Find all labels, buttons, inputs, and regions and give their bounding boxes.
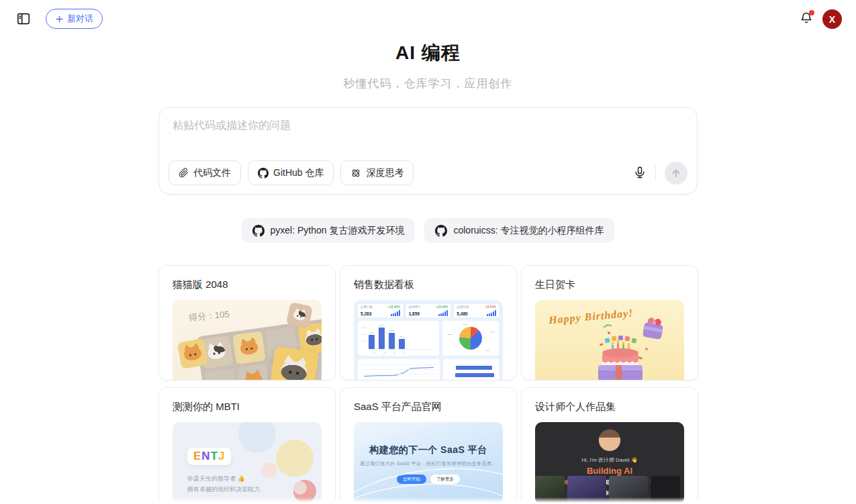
kpi-delta: +15.44% — [436, 305, 448, 309]
suggestion-chip-coloruicss[interactable]: coloruicss: 专注视觉的小程序组件库 — [424, 218, 614, 243]
atom-icon — [350, 168, 361, 179]
card-sales-dashboard[interactable]: 销售数据看板 总用户数5,283 +15.46% 新增用户1,859 +15.4… — [340, 265, 517, 381]
mbti-letter: J — [218, 450, 225, 462]
card-designer-portfolio[interactable]: 设计师个人作品集 Hi, I'm 设计师 David 👋 Building AI… — [521, 387, 698, 504]
mini-pie-panel — [442, 321, 499, 356]
mini-hbar — [455, 373, 494, 377]
mbti-type-badge: ENTJ — [187, 448, 231, 465]
pastel-bubble — [276, 440, 314, 477]
plus-icon — [55, 15, 64, 23]
card-preview-mbti: ENTJ 你是天生的领导者 👍 拥有卓越的组织和决策能力 — [173, 422, 322, 504]
composer-toolbar: 代码文件 GitHub 仓库 深度思考 — [169, 160, 687, 185]
mini-bar-panel — [358, 321, 439, 356]
cat-face-icon — [240, 340, 259, 355]
mbti-letter: E — [193, 450, 201, 462]
suggestion-row: pyxel: Python 复古游戏开发环境 coloruicss: 专注视觉的… — [158, 218, 698, 243]
card-mbti[interactable]: 测测你的 MBTI ENTJ 你是天生的领导者 👍 拥有卓越的组织和决策能力 — [158, 387, 336, 504]
card-title: 猫猫版 2048 — [173, 279, 322, 291]
cat-face-icon — [207, 344, 226, 360]
main-content: AI 编程 秒懂代码，仓库学习，应用创作 代码文件 GitHub 仓库 — [158, 0, 698, 504]
kpi-spark — [436, 310, 448, 316]
code-file-button[interactable]: 代码文件 — [169, 160, 241, 185]
microphone-icon[interactable] — [633, 166, 647, 181]
deep-think-label: 深度思考 — [366, 167, 403, 179]
mini-line-panel — [358, 359, 440, 381]
notification-bell-icon[interactable] — [800, 11, 813, 26]
grid-tile — [237, 364, 271, 381]
designer-avatar — [598, 429, 621, 452]
suggestion-label: coloruicss: 专注视觉的小程序组件库 — [453, 225, 604, 237]
mbti-line2: 拥有卓越的组织和决策能力 — [187, 484, 260, 495]
card-birthday[interactable]: 生日贺卡 Happy Birthday! — [521, 265, 698, 381]
mini-bar — [369, 335, 375, 349]
birthday-cake-illustration — [574, 314, 675, 381]
mbti-description: 你是天生的领导者 👍 拥有卓越的组织和决策能力 — [187, 473, 260, 495]
mini-bar — [399, 339, 405, 349]
designer-intro: Hi, I'm 设计师 David 👋 — [535, 456, 684, 464]
github-repo-button[interactable]: GitHub 仓库 — [248, 160, 334, 185]
suggestion-label: pyxel: Python 复古游戏开发环境 — [271, 225, 405, 237]
prompt-input[interactable] — [173, 119, 683, 156]
mini-bar — [389, 333, 395, 349]
github-icon — [258, 168, 269, 179]
card-title: SaaS 平台产品官网 — [354, 401, 503, 413]
kpi-row: 总用户数5,283 +15.46% 新增用户1,859 +15.44% 总销售额… — [358, 304, 499, 317]
mbti-line1: 你是天生的领导者 👍 — [187, 473, 260, 484]
card-saas-site[interactable]: SaaS 平台产品官网 构建您的下一个 SaaS 平台 通过我们强大的 SaaS… — [340, 387, 517, 504]
floating-cat-tile — [286, 302, 313, 329]
card-preview-saas: 构建您的下一个 SaaS 平台 通过我们强大的 SaaS 平台，轻松打造和管理您… — [354, 422, 503, 504]
cat-face-icon — [280, 359, 309, 381]
card-preview-portfolio: Hi, I'm 设计师 David 👋 Building AI products… — [535, 422, 684, 504]
kpi-label: 总销售额 — [457, 305, 469, 309]
pastel-bubble — [293, 481, 307, 495]
sidebar-toggle-icon[interactable] — [16, 11, 31, 26]
card-title: 设计师个人作品集 — [535, 401, 684, 413]
portfolio-thumb — [651, 476, 680, 504]
cat-face-icon — [183, 346, 202, 362]
mini-bar — [379, 327, 385, 349]
card-title: 测测你的 MBTI — [173, 401, 322, 413]
card-title: 销售数据看板 — [354, 279, 503, 291]
kpi-value: 5,283 — [361, 311, 373, 316]
portfolio-thumb — [609, 476, 648, 504]
user-avatar[interactable]: X — [822, 9, 842, 29]
kpi-spark — [485, 310, 496, 316]
kpi-value: 5,480 — [457, 311, 469, 316]
cat-face-icon — [305, 331, 322, 346]
github-icon — [435, 225, 447, 237]
card-cat-2048[interactable]: 猫猫版 2048 得分：105 — [158, 265, 336, 381]
score-label: 得分：105 — [188, 308, 230, 323]
send-button[interactable] — [665, 162, 687, 185]
bottom-chart-row — [358, 359, 499, 381]
kpi-card: 总用户数5,283 +15.46% — [358, 304, 403, 317]
portfolio-thumb — [535, 476, 565, 504]
kpi-label: 总用户数 — [361, 305, 373, 309]
notification-dot — [809, 10, 814, 15]
portfolio-thumb — [567, 476, 606, 504]
portfolio-thumbnails — [535, 476, 684, 504]
mbti-letter: T — [211, 450, 218, 462]
kpi-value: 1,859 — [409, 311, 421, 316]
cat-face-icon — [293, 309, 307, 321]
kpi-delta: -19.54% — [485, 305, 496, 309]
mbti-letter: N — [201, 450, 210, 462]
deep-think-button[interactable]: 深度思考 — [340, 160, 414, 185]
suggestion-chip-pyxel[interactable]: pyxel: Python 复古游戏开发环境 — [242, 218, 416, 243]
kpi-spark — [388, 310, 400, 316]
github-icon — [252, 225, 265, 237]
new-chat-button[interactable]: 新对话 — [46, 9, 103, 29]
card-preview-birthday: Happy Birthday! — [535, 300, 684, 381]
new-chat-label: 新对话 — [67, 13, 93, 25]
grid-tile — [204, 368, 238, 381]
code-file-label: 代码文件 — [193, 167, 231, 179]
saas-subtext: 通过我们强大的 SaaS 平台，轻松打造和管理您的业务应用。 — [354, 460, 503, 467]
cat-face-icon — [244, 372, 264, 381]
page-title: AI 编程 — [158, 40, 698, 66]
card-preview-cat-2048: 得分：105 — [173, 300, 322, 381]
card-title: 生日贺卡 — [535, 279, 684, 291]
floating-cat-tile — [269, 346, 320, 381]
paperclip-icon — [179, 168, 189, 178]
page-subtitle: 秒懂代码，仓库学习，应用创作 — [158, 76, 698, 91]
grid-tile — [232, 331, 266, 364]
toolbar-divider — [655, 166, 656, 181]
